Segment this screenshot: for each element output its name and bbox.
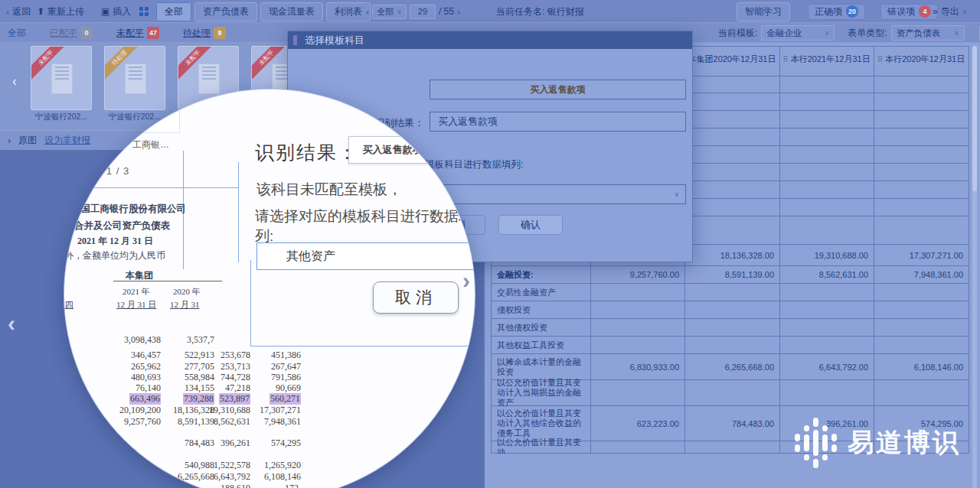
chevron-left-icon: ‹ [6,6,9,18]
doc-number-cell: 277,705 [185,361,214,373]
brand-logo-icon [795,419,837,467]
table-cell[interactable] [590,319,684,336]
table-cell[interactable] [684,319,779,336]
pager-page-input[interactable]: 29 [410,5,436,19]
table-cell[interactable] [684,301,779,318]
table-cell[interactable]: 17,307,271.00 [874,245,969,265]
status-tab-1[interactable]: 已配平0 [50,27,93,40]
table-cell[interactable] [779,284,874,301]
chevron-down-icon: ∨ [825,29,830,37]
drag-handle-icon[interactable]: ⠿ [782,54,787,64]
table-cell[interactable] [874,319,969,336]
table-cell[interactable] [779,380,874,405]
table-row-label[interactable]: 其他权益工具投资 [491,337,590,353]
back-button[interactable]: ‹返回 [6,0,31,23]
doc-statement-title: 合并及公司资产负债表 [74,220,170,233]
table-cell[interactable] [874,380,969,405]
status-tab-3[interactable]: 待处理8 [183,27,226,40]
template-select[interactable]: 金融企业∨ [761,25,835,41]
pager-prev-icon[interactable]: ‹ [366,6,369,18]
insert-button[interactable]: ▣插入 [101,0,131,23]
template-select-group: 当前模板: 金融企业∨ 表单类型: 资产负债表∨ 重试 [718,23,980,43]
doc-number-cell: 47,218 [225,382,250,394]
table-cell[interactable] [590,337,684,353]
expand-icon[interactable]: › [8,135,11,146]
table-row-label[interactable]: 以公允价值计量且其变动计入其他综合收益的债务工具 [491,406,590,441]
table-row-label[interactable]: 以公允价值计量且其变动 [491,441,590,453]
set-nonfinancial-link[interactable]: 设为非财报 [44,134,90,147]
drag-handle-icon[interactable]: ⠿ [877,54,882,64]
confirm-button[interactable]: 确认 [498,215,563,235]
table-cell[interactable] [590,441,684,453]
table-cell[interactable] [590,284,684,301]
table-cell[interactable] [684,441,779,453]
prev-page-chevron[interactable]: ‹ [8,312,15,335]
table-cell[interactable]: 6,830,933.00 [590,354,684,379]
smart-learn-button[interactable]: 智能学习 [737,0,790,23]
table-cell[interactable] [684,380,779,405]
doc-company-title: 中国工商银行股份有限公司 [71,203,186,216]
table-row-label[interactable]: 金融投资: [491,266,590,283]
table-cell[interactable]: 19,310,688.00 [779,245,874,265]
table-cell[interactable] [874,284,969,301]
template-subject-dropdown[interactable]: ∨ [430,184,686,204]
table-header-2[interactable]: ⠿本行2020年12月31日 [874,43,969,76]
table-scrollbar-thumb[interactable] [972,46,977,191]
status-tab-0[interactable]: 全部 [8,27,26,40]
table-row-2: 交易性金融资产 [491,284,969,301]
table-header-1[interactable]: ⠿本行2021年12月31日 [779,43,874,76]
table-cell[interactable] [590,301,684,318]
modal-header[interactable]: 选择模板科目 [288,31,692,49]
table-cell[interactable] [874,301,969,318]
table-cell[interactable]: 6,265,668.00 [684,354,779,379]
correct-count-badge: 20 [846,5,858,18]
form-type-select[interactable]: 资产负债表∨ [891,25,965,41]
filter-button-1[interactable]: 资产负债表 [194,2,257,21]
reupload-button[interactable]: ⬆重新上传 [37,0,84,23]
table-cell[interactable] [779,319,874,336]
table-row-label[interactable]: 债权投资 [491,301,590,318]
table-cell[interactable]: 784,483.00 [684,406,779,441]
table-cell[interactable]: 6,108,146.00 [874,354,969,379]
table-cell[interactable] [684,284,779,301]
filmstrip-prev-icon[interactable]: ‹ [12,73,17,89]
table-cell[interactable] [590,380,684,405]
table-row-label[interactable]: 以摊余成本计量的金融投资 [491,354,590,379]
upload-icon: ⬆ [37,6,44,17]
subject-dropdown-magnified[interactable]: 其他资产 [256,242,475,270]
filter-button-2[interactable]: 现金流量表 [260,2,323,21]
table-cell[interactable] [779,301,874,318]
correct-items-pill[interactable]: 正确项20 [808,0,865,23]
table-cell[interactable] [684,337,779,353]
export-button[interactable]: »导出∨ [933,0,967,23]
table-cell[interactable]: 18,136,328.00 [684,245,779,265]
doc-number-cell: 6,643,792 [214,471,250,483]
error-items-pill[interactable]: 错误项4 [880,0,938,23]
table-header-0[interactable]: 本集团2020年12月31日 [684,43,779,76]
thumbnail-0[interactable]: 未配平 [31,46,92,110]
thumbnail-1[interactable]: 待处理 [104,46,165,110]
grid-view-icon[interactable] [139,0,149,23]
table-cell[interactable]: 623,223.00 [590,406,684,441]
table-cell[interactable]: 9,257,760.00 [590,266,684,283]
table-cell[interactable]: 8,591,139.00 [684,266,779,283]
template-label: 当前模板: [718,27,757,40]
table-row-label[interactable]: 以公允价值计量且其变动计入当期损益的金融资产 [491,380,590,405]
table-row-4: 其他债权投资 [491,319,969,337]
cancel-button-magnified[interactable]: 取消 [373,281,459,314]
doc-number-cell: 396,261 [220,438,250,449]
table-cell[interactable]: 8,562,631.00 [779,266,874,283]
table-row-label[interactable]: 其他债权投资 [491,319,590,336]
table-cell[interactable]: 6,643,792.00 [779,354,874,379]
table-cell[interactable] [779,337,874,353]
pager-next-icon[interactable]: › [457,6,460,18]
filter-button-3[interactable]: 利润表 [326,2,371,21]
pager-scope-select[interactable]: 全部∨ [372,5,407,19]
next-page-chevron[interactable]: › [462,269,470,292]
table-cell[interactable]: 7,948,361.00 [874,266,969,283]
filter-button-0[interactable]: 全部 [156,2,191,21]
status-tab-2[interactable]: 未配平47 [116,27,159,40]
recognition-result-input[interactable]: 买入返售款项 [430,112,686,132]
table-row-label[interactable]: 交易性金融资产 [491,284,590,301]
table-cell[interactable] [874,337,969,353]
